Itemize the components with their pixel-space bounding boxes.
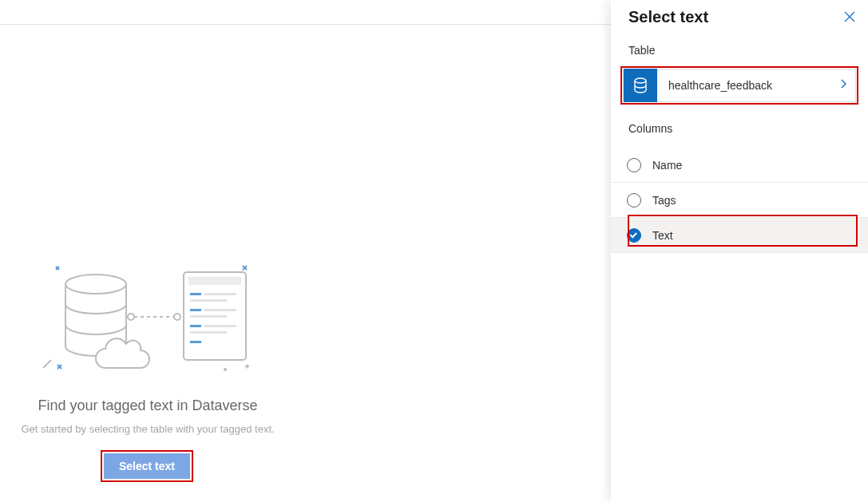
panel-header: Select text (611, 5, 868, 34)
column-row-text[interactable]: Text (611, 218, 868, 253)
svg-rect-15 (190, 341, 201, 343)
svg-point-3 (174, 314, 180, 320)
columns-list: Name Tags Text (611, 148, 868, 253)
columns-section-label: Columns (611, 105, 868, 144)
svg-rect-6 (190, 293, 201, 295)
svg-rect-12 (190, 325, 201, 327)
main-subtext: Get started by selecting the table with … (0, 423, 295, 435)
column-label: Tags (652, 194, 676, 207)
select-text-panel: Select text Table healthcare_feedback Co… (611, 0, 868, 502)
close-icon[interactable] (844, 10, 855, 25)
svg-rect-14 (190, 331, 227, 334)
table-section-label: Table (611, 34, 868, 66)
column-row-tags[interactable]: Tags (611, 183, 868, 218)
table-selector-highlight: healthcare_feedback (620, 66, 858, 105)
main-heading: Find your tagged text in Dataverse (0, 397, 295, 414)
svg-rect-7 (204, 293, 236, 295)
svg-rect-11 (190, 315, 227, 318)
table-name: healthcare_feedback (657, 79, 839, 92)
select-text-button[interactable]: Select text (104, 453, 190, 479)
database-icon (624, 69, 657, 102)
chevron-right-icon (839, 78, 855, 93)
svg-rect-9 (190, 309, 201, 311)
column-label: Name (652, 159, 682, 172)
column-row-name[interactable]: Name (611, 148, 868, 183)
svg-rect-10 (204, 309, 236, 311)
column-label: Text (652, 229, 673, 242)
svg-rect-13 (204, 325, 236, 327)
dataverse-illustration (40, 264, 256, 384)
radio-icon (627, 158, 641, 172)
radio-icon (627, 193, 641, 208)
radio-checked-icon (627, 228, 641, 243)
panel-title: Select text (628, 8, 708, 26)
svg-rect-8 (190, 299, 227, 302)
svg-rect-5 (188, 277, 241, 285)
table-selector[interactable]: healthcare_feedback (623, 69, 856, 102)
illustration-svg (40, 264, 256, 384)
svg-point-0 (65, 275, 126, 294)
svg-point-16 (635, 78, 646, 83)
svg-point-1 (128, 314, 134, 320)
